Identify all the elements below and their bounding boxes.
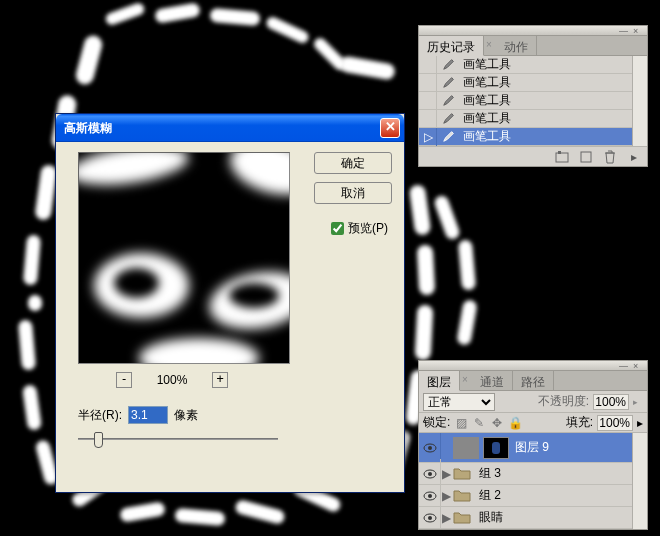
opacity-label: 不透明度: — [538, 393, 589, 410]
history-panel: — × 历史记录 × 动作 画笔工具 画笔工具 画笔工具 画笔工具 — [418, 25, 648, 167]
lock-all-icon[interactable]: 🔒 — [508, 416, 522, 430]
svg-point-8 — [428, 494, 432, 498]
panel-header[interactable]: — × — [419, 26, 647, 36]
svg-rect-1 — [558, 151, 561, 154]
svg-rect-0 — [556, 153, 568, 162]
layers-panel: — × 图层 × 通道 路径 正常 不透明度: ▸ 锁定: ▨ ✎ ✥ 🔒 填充… — [418, 360, 648, 530]
close-panel-icon[interactable]: × — [633, 363, 643, 369]
gaussian-blur-dialog: 高斯模糊 ✕ - 100% + 半径(R): 像素 确定 取消 — [55, 113, 405, 493]
folder-icon — [453, 510, 473, 526]
preview-image[interactable] — [78, 152, 290, 364]
expand-toggle[interactable]: ▶ — [441, 489, 451, 503]
lock-label: 锁定: — [423, 414, 450, 431]
blend-mode-select[interactable]: 正常 — [423, 393, 495, 411]
chevron-icon[interactable]: ▸ — [637, 416, 643, 430]
folder-icon — [453, 488, 473, 504]
svg-rect-2 — [581, 152, 591, 162]
visibility-toggle[interactable] — [419, 503, 441, 530]
zoom-in-button[interactable]: + — [212, 372, 228, 388]
ok-button[interactable]: 确定 — [314, 152, 392, 174]
expand-toggle[interactable]: ▶ — [441, 511, 451, 525]
minimize-icon[interactable]: — — [619, 363, 629, 369]
layers-list: 图层 9 ▶ 组 3 ▶ 组 2 ▶ 眼睛 — [419, 433, 632, 529]
scrollbar[interactable] — [632, 56, 647, 146]
trash-icon[interactable] — [601, 149, 619, 165]
brush-icon — [437, 128, 461, 146]
lock-move-icon[interactable]: ✥ — [490, 416, 504, 430]
brush-icon — [437, 74, 461, 92]
history-item[interactable]: ▷ 画笔工具 — [419, 128, 632, 146]
tab-close-icon[interactable]: × — [484, 36, 496, 55]
tab-actions[interactable]: 动作 — [496, 36, 537, 55]
fill-input[interactable] — [597, 415, 633, 431]
fill-label: 填充: — [566, 414, 593, 431]
tab-history[interactable]: 历史记录 — [419, 36, 484, 56]
minimize-icon[interactable]: — — [619, 28, 629, 34]
zoom-out-button[interactable]: - — [116, 372, 132, 388]
brush-icon — [437, 110, 461, 128]
radius-unit: 像素 — [174, 407, 198, 424]
new-snapshot-icon[interactable] — [577, 149, 595, 165]
layer-mask-thumbnail — [483, 437, 509, 459]
svg-point-4 — [428, 446, 432, 450]
layer-row[interactable]: ▶ 组 3 — [419, 463, 632, 485]
history-list: 画笔工具 画笔工具 画笔工具 画笔工具 ▷ 画笔工具 — [419, 56, 632, 146]
dialog-titlebar[interactable]: 高斯模糊 ✕ — [56, 114, 404, 142]
radius-input[interactable] — [128, 406, 168, 424]
history-marker-icon: ▷ — [422, 130, 434, 144]
brush-icon — [437, 92, 461, 110]
cancel-button[interactable]: 取消 — [314, 182, 392, 204]
history-snapshot-icon[interactable] — [553, 149, 571, 165]
history-item[interactable]: 画笔工具 — [419, 110, 632, 128]
opacity-input[interactable] — [593, 394, 629, 410]
panel-menu-icon[interactable]: ▸ — [625, 149, 643, 165]
brush-icon — [437, 56, 461, 74]
panel-header[interactable]: — × — [419, 361, 647, 371]
layer-row[interactable]: ▶ 组 2 — [419, 485, 632, 507]
folder-icon — [453, 466, 473, 482]
layer-row[interactable]: ▶ 眼睛 — [419, 507, 632, 529]
dialog-close-button[interactable]: ✕ — [380, 118, 400, 138]
tab-layers[interactable]: 图层 — [419, 371, 460, 391]
svg-point-10 — [428, 516, 432, 520]
svg-point-6 — [428, 472, 432, 476]
history-item[interactable]: 画笔工具 — [419, 92, 632, 110]
radius-label: 半径(R): — [78, 407, 122, 424]
history-item[interactable]: 画笔工具 — [419, 56, 632, 74]
preview-checkbox[interactable] — [331, 222, 344, 235]
lock-transparency-icon[interactable]: ▨ — [454, 416, 468, 430]
tab-close-icon[interactable]: × — [460, 371, 472, 390]
slider-thumb[interactable] — [94, 432, 103, 448]
close-panel-icon[interactable]: × — [633, 28, 643, 34]
scrollbar[interactable] — [632, 433, 647, 529]
tab-paths[interactable]: 路径 — [513, 371, 554, 390]
preview-checkbox-label: 预览(P) — [348, 220, 388, 237]
history-item[interactable]: 画笔工具 — [419, 74, 632, 92]
chevron-icon[interactable]: ▸ — [633, 397, 643, 407]
layer-row[interactable]: 图层 9 — [419, 433, 632, 463]
layer-thumbnail — [453, 437, 479, 459]
expand-toggle[interactable]: ▶ — [441, 467, 451, 481]
tab-channels[interactable]: 通道 — [472, 371, 513, 390]
dialog-title-text: 高斯模糊 — [64, 120, 380, 137]
zoom-value: 100% — [152, 373, 192, 387]
radius-slider[interactable] — [78, 430, 278, 448]
lock-brush-icon[interactable]: ✎ — [472, 416, 486, 430]
